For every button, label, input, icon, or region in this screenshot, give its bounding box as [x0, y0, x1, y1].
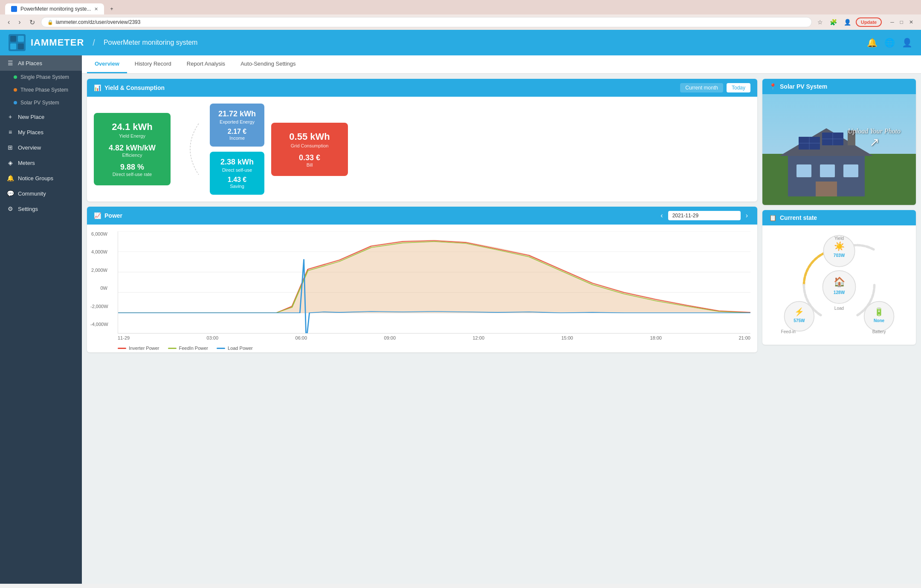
notification-icon[interactable]: 🔔	[867, 37, 878, 48]
address-bar[interactable]: 🔒 iammeter.com/dz/user/overview/2393	[41, 17, 812, 27]
inverter-label: Inverter Power	[129, 346, 159, 351]
prev-date-button[interactable]: ‹	[658, 211, 665, 220]
right-column: 📍 Solar PV System	[762, 79, 916, 352]
chart-x-labels: 11-29 03:00 06:00 09:00 12:00 15:00 18:0…	[118, 334, 750, 342]
my-places-label: My Places	[18, 129, 43, 135]
yield-card-header: 📊 Yield & Consumption Current month Toda…	[87, 79, 757, 97]
power-chart-card: 📈 Power ‹ › 6,000W 4,000W	[87, 207, 757, 352]
back-button[interactable]: ‹	[5, 17, 12, 27]
app-header: IAMMETER / PowerMeter monitoring system …	[0, 30, 921, 55]
sidebar-item-three-phase[interactable]: Three Phase System	[0, 84, 82, 96]
forward-button[interactable]: ›	[16, 17, 23, 27]
state-icon: 📋	[769, 214, 776, 221]
load-value-text: 128W	[834, 290, 845, 295]
period-month-button[interactable]: Current month	[680, 83, 723, 92]
sidebar-item-all-places[interactable]: ☰ All Places	[0, 55, 82, 71]
income-value: 2.17 €	[218, 128, 256, 135]
direct-label: Direct self-use	[218, 167, 256, 173]
sidebar-item-notice-groups[interactable]: 🔔 Notice Groups	[0, 170, 82, 186]
community-label: Community	[18, 190, 46, 197]
yield-energy-value: 24.1 kWh	[104, 121, 160, 133]
upload-text: Upload Your Photo ↗	[848, 127, 901, 149]
state-diagram: 🏠 128W ☀️ 703W ⚡ 575W	[773, 232, 906, 338]
plus-icon: +	[7, 113, 14, 120]
tab-close-icon[interactable]: ✕	[94, 6, 98, 12]
sidebar-item-new-place[interactable]: + New Place	[0, 109, 82, 124]
battery-value-text: None	[874, 318, 885, 323]
profile-icon[interactable]: 👤	[842, 18, 853, 26]
user-icon[interactable]: 👤	[902, 37, 912, 48]
menu-icon: ☰	[7, 60, 14, 66]
brand-separator: /	[93, 38, 95, 48]
svg-text:⚡: ⚡	[794, 307, 804, 317]
tab-auto-sending[interactable]: Auto-Sending Settings	[233, 55, 303, 73]
period-selector: Current month Today	[680, 83, 750, 92]
bookmark-icon[interactable]: ☆	[815, 18, 825, 26]
reload-button[interactable]: ↻	[27, 17, 38, 27]
bell-icon: 🔔	[7, 175, 14, 182]
grid-consumption-box: 0.55 kWh Grid Consumption 0.33 € Bill	[271, 123, 348, 176]
x-label-4: 09:00	[384, 335, 396, 340]
sidebar-item-settings[interactable]: ⚙ Settings	[0, 201, 82, 216]
current-state-title: Current state	[780, 214, 817, 221]
globe-icon[interactable]: 🌐	[884, 37, 895, 48]
grid-label: Grid Consumption	[281, 143, 338, 148]
logo-icon	[9, 34, 26, 51]
solar-pv-card: 📍 Solar PV System	[762, 79, 916, 205]
next-date-button[interactable]: ›	[743, 211, 750, 220]
close-button[interactable]: ✕	[907, 18, 916, 26]
load-label: Load Power	[228, 346, 253, 351]
y-label-4: 0W	[90, 285, 107, 291]
dot-green-icon	[14, 75, 17, 79]
y-label-1: 6,000W	[90, 231, 107, 236]
tab-history[interactable]: History Record	[127, 55, 179, 73]
chart-area: 6,000W 4,000W 2,000W 0W -2,000W -4,000W	[87, 225, 757, 352]
date-input[interactable]	[668, 211, 741, 220]
tab-overview[interactable]: Overview	[87, 55, 127, 73]
browser-chrome: PowerMeter monitoring syste... ✕ + ‹ › ↻…	[0, 0, 921, 30]
tab-title: PowerMeter monitoring syste...	[20, 6, 91, 12]
x-label-6: 15:00	[561, 335, 573, 340]
meters-label: Meters	[18, 160, 35, 166]
browser-tab[interactable]: PowerMeter monitoring syste... ✕	[5, 3, 104, 14]
svg-point-29	[785, 302, 814, 331]
extensions-icon[interactable]: 🧩	[828, 18, 839, 26]
tab-bar: Overview History Record Report Analysis …	[82, 55, 921, 74]
lock-icon: 🔒	[47, 20, 53, 25]
legend-inverter: Inverter Power	[118, 346, 159, 351]
svg-text:☀️: ☀️	[834, 241, 845, 251]
new-place-label: New Place	[18, 114, 44, 120]
y-label-3: 2,000W	[90, 268, 107, 273]
sidebar-item-community[interactable]: 💬 Community	[0, 186, 82, 201]
header-left: IAMMETER / PowerMeter monitoring system	[9, 34, 197, 51]
exported-energy-box: 21.72 kWh Exported Energy 2.17 € Income	[210, 104, 264, 147]
power-chart-icon: 📈	[94, 212, 101, 219]
solar-pv-label: Solar PV System	[20, 100, 59, 106]
period-today-button[interactable]: Today	[727, 83, 750, 92]
feedin-diagram-label: Feed-in	[781, 329, 796, 334]
location-icon: 📍	[769, 83, 776, 90]
y-label-5: -2,000W	[90, 304, 107, 309]
minimize-button[interactable]: ─	[888, 18, 897, 26]
new-tab-button[interactable]: +	[104, 3, 119, 14]
yield-energy-label: Yield Energy	[104, 133, 160, 138]
sidebar-item-solar-pv[interactable]: Solar PV System	[0, 96, 82, 109]
svg-rect-14	[796, 164, 811, 177]
update-button[interactable]: Update	[856, 17, 882, 27]
sidebar-item-single-phase[interactable]: Single Phase System	[0, 71, 82, 84]
saving-label: Saving	[218, 184, 256, 189]
feedin-value-text: 575W	[794, 318, 805, 323]
header-right: 🔔 🌐 👤	[867, 37, 912, 48]
maximize-button[interactable]: □	[898, 18, 906, 26]
x-label-2: 03:00	[207, 335, 219, 340]
upload-label: Upload Your Photo	[848, 127, 901, 135]
sidebar-item-my-places[interactable]: ≡ My Places	[0, 124, 82, 140]
feedin-label: FeedIn Power	[179, 346, 208, 351]
gear-icon: ⚙	[7, 205, 14, 212]
tab-report[interactable]: Report Analysis	[179, 55, 233, 73]
list-icon: ≡	[7, 129, 14, 135]
sidebar-item-meters[interactable]: ◈ Meters	[0, 155, 82, 170]
efficiency-value: 4.82 kWh/kW	[104, 144, 160, 153]
legend-feedin: FeedIn Power	[168, 346, 208, 351]
sidebar-item-overview[interactable]: ⊞ Overview	[0, 140, 82, 155]
